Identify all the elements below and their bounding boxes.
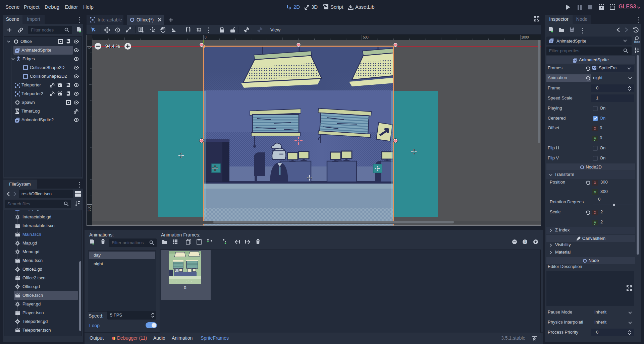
svg-text:1000: 1000 (521, 36, 529, 39)
svg-text:0: 0 (205, 36, 207, 39)
svg-text:500: 500 (88, 206, 91, 211)
svg-text:DOC: DOC (634, 41, 640, 44)
svg-text:94.4 %: 94.4 % (105, 44, 120, 49)
svg-text:0: 0 (88, 47, 91, 49)
svg-text:1: 1 (524, 240, 526, 244)
svg-text:500: 500 (363, 36, 369, 39)
